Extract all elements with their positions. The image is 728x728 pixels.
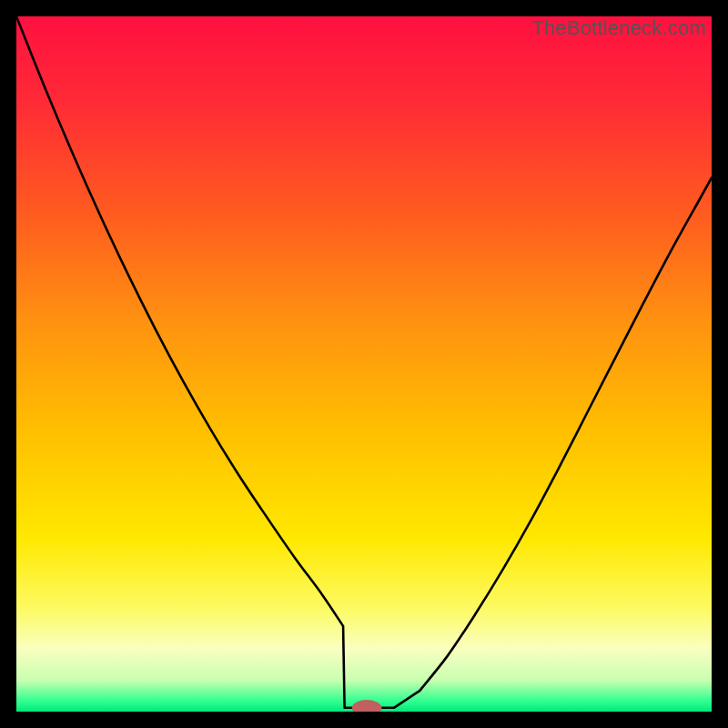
bottleneck-chart [16, 16, 712, 712]
gradient-background [16, 16, 712, 712]
optimum-marker [352, 701, 381, 712]
chart-frame: TheBottleneck.com [0, 0, 728, 728]
plot-area: TheBottleneck.com [16, 16, 712, 712]
